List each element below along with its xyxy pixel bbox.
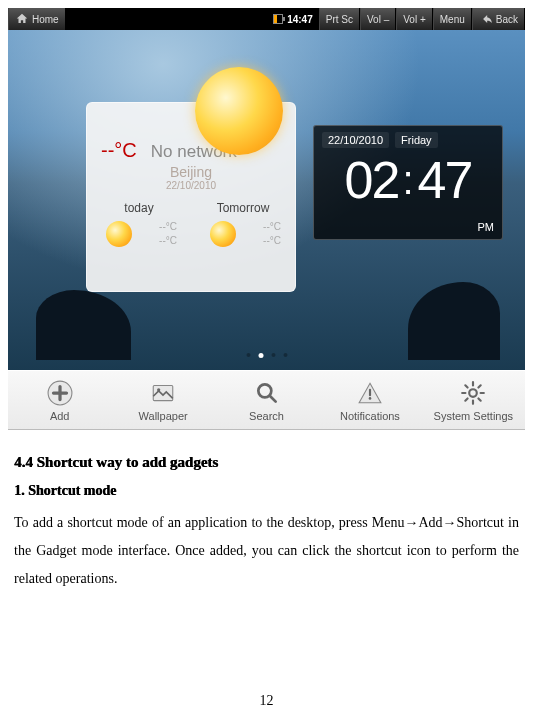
menu-add-label: Add [50, 410, 70, 422]
plus-icon [46, 379, 74, 407]
home-button[interactable]: Home [8, 8, 66, 30]
status-bar: 14:47 [267, 14, 319, 25]
document-body: 4.4 Shortcut way to add gadgets 1. Short… [8, 430, 525, 709]
image-icon [149, 379, 177, 407]
back-button[interactable]: Back [472, 8, 525, 30]
volume-down-button[interactable]: Vol – [360, 8, 396, 30]
tomorrow-high: --°C [263, 220, 281, 234]
today-high: --°C [159, 220, 177, 234]
search-icon [253, 379, 281, 407]
volume-up-button[interactable]: Vol + [396, 8, 433, 30]
current-temperature: --°C [101, 139, 137, 162]
clock-widget[interactable]: 22/10/2010 Friday 02 : 47 PM [313, 125, 503, 240]
clock-day: Friday [395, 132, 438, 148]
gear-icon [459, 379, 487, 407]
page-number: 12 [14, 693, 519, 709]
desktop-wallpaper[interactable]: --°C No network Beijing 22/10/2010 today… [8, 30, 525, 370]
print-screen-button[interactable]: Prt Sc [319, 8, 360, 30]
menu-button[interactable]: Menu [433, 8, 472, 30]
menu-wallpaper-label: Wallpaper [139, 410, 188, 422]
warning-icon [356, 379, 384, 407]
svg-point-5 [470, 389, 478, 397]
menu-notifications[interactable]: Notifications [318, 371, 421, 429]
sun-icon [106, 221, 132, 247]
clock-minutes: 47 [418, 150, 472, 210]
menu-wallpaper[interactable]: Wallpaper [111, 371, 214, 429]
options-menu: Add Wallpaper Search Notifications Syste… [8, 370, 525, 430]
home-label: Home [32, 14, 59, 25]
weather-date: 22/10/2010 [87, 180, 295, 191]
sun-icon [210, 221, 236, 247]
clock-date: 22/10/2010 [322, 132, 389, 148]
menu-search-label: Search [249, 410, 284, 422]
clock-colon: : [402, 154, 413, 206]
menu-system-settings[interactable]: System Settings [422, 371, 525, 429]
sun-icon [195, 67, 283, 155]
page-indicator [246, 353, 287, 358]
body-paragraph: To add a shortcut mode of an application… [14, 509, 519, 593]
status-time: 14:47 [287, 14, 313, 25]
menu-search[interactable]: Search [215, 371, 318, 429]
weather-widget[interactable]: --°C No network Beijing 22/10/2010 today… [86, 102, 296, 292]
menu-add[interactable]: Add [8, 371, 111, 429]
svg-point-4 [369, 397, 372, 400]
tomorrow-low: --°C [263, 234, 281, 248]
today-label: today [87, 201, 191, 215]
today-low: --°C [159, 234, 177, 248]
menu-notifications-label: Notifications [340, 410, 400, 422]
tomorrow-label: Tomorrow [191, 201, 295, 215]
system-top-bar: Home 14:47 Prt Sc Vol – Vol + Menu Back [8, 8, 525, 30]
clock-hours: 02 [345, 150, 399, 210]
section-heading: 4.4 Shortcut way to add gadgets [14, 454, 519, 471]
back-label: Back [496, 14, 518, 25]
weather-location: Beijing [87, 164, 295, 180]
battery-icon [273, 14, 283, 24]
menu-settings-label: System Settings [434, 410, 513, 422]
clock-ampm: PM [478, 221, 495, 233]
subsection-heading: 1. Shortcut mode [14, 483, 519, 499]
svg-point-2 [157, 388, 160, 391]
